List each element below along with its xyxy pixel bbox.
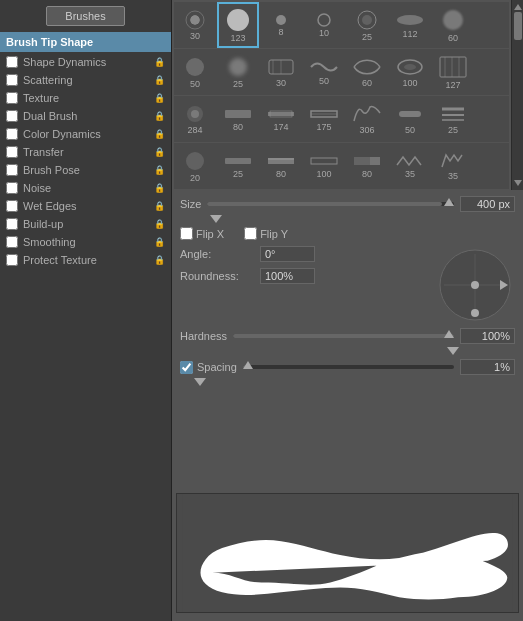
wet-edges-checkbox[interactable] bbox=[6, 200, 18, 212]
brush-cell[interactable]: 80 bbox=[260, 143, 302, 189]
brushes-button[interactable]: Brushes bbox=[46, 6, 124, 26]
brush-cell[interactable]: 112 bbox=[389, 2, 431, 48]
brush-cell[interactable]: 306 bbox=[346, 96, 388, 142]
scattering-checkbox[interactable] bbox=[6, 74, 18, 86]
dual-brush-checkbox[interactable] bbox=[6, 110, 18, 122]
size-slider-track[interactable] bbox=[207, 202, 454, 206]
sidebar-item-label: Smoothing bbox=[23, 236, 76, 248]
sidebar-item-brush-tip-shape[interactable]: Brush Tip Shape bbox=[0, 32, 171, 52]
brush-cell[interactable]: 35 bbox=[389, 143, 431, 189]
scroll-down-arrow[interactable] bbox=[514, 180, 522, 188]
spacing-input[interactable] bbox=[460, 359, 515, 375]
sidebar-item-protect-texture[interactable]: Protect Texture 🔒 bbox=[0, 251, 171, 269]
svg-point-5 bbox=[318, 14, 330, 26]
noise-checkbox[interactable] bbox=[6, 182, 18, 194]
brush-cell[interactable]: 10 bbox=[303, 2, 345, 48]
brush-cell[interactable]: 30 bbox=[260, 49, 302, 95]
sidebar-item-smoothing[interactable]: Smoothing 🔒 bbox=[0, 233, 171, 251]
brush-cell[interactable]: 50 bbox=[174, 49, 216, 95]
brush-cell[interactable]: 8 bbox=[260, 2, 302, 48]
sidebar-item-brush-pose[interactable]: Brush Pose 🔒 bbox=[0, 161, 171, 179]
angle-circle-widget[interactable] bbox=[435, 246, 515, 324]
brush-cell[interactable]: 20 bbox=[174, 143, 216, 189]
brush-cell[interactable]: 35 bbox=[432, 143, 474, 189]
sidebar-item-transfer[interactable]: Transfer 🔒 bbox=[0, 143, 171, 161]
scroll-thumb[interactable] bbox=[514, 12, 522, 40]
brush-cell[interactable]: 174 bbox=[260, 96, 302, 142]
brush-size: 123 bbox=[230, 33, 245, 43]
brush-size: 127 bbox=[445, 80, 460, 90]
protect-texture-checkbox[interactable] bbox=[6, 254, 18, 266]
build-up-checkbox[interactable] bbox=[6, 218, 18, 230]
sidebar-list: Brush Tip Shape Shape Dynamics 🔒 Scatter… bbox=[0, 32, 171, 269]
svg-rect-38 bbox=[370, 157, 380, 165]
controls-area: Size Flip X Flip Y bbox=[172, 190, 523, 386]
brush-size: 25 bbox=[362, 32, 372, 42]
angle-input[interactable] bbox=[260, 246, 315, 262]
spacing-checkbox[interactable] bbox=[180, 361, 193, 374]
sidebar-item-wet-edges[interactable]: Wet Edges 🔒 bbox=[0, 197, 171, 215]
flip-y-checkbox[interactable] bbox=[244, 227, 257, 240]
brush-cell[interactable]: 50 bbox=[303, 49, 345, 95]
sidebar-item-build-up[interactable]: Build-up 🔒 bbox=[0, 215, 171, 233]
flip-x-label[interactable]: Flip X bbox=[180, 227, 224, 240]
brush-cell[interactable]: 127 bbox=[432, 49, 474, 95]
brush-cell-selected[interactable]: 123 bbox=[217, 2, 259, 48]
flip-row: Flip X Flip Y bbox=[180, 227, 515, 240]
sidebar-item-scattering[interactable]: Scattering 🔒 bbox=[0, 71, 171, 89]
lock-icon: 🔒 bbox=[154, 75, 165, 85]
brush-cell[interactable]: 60 bbox=[432, 2, 474, 48]
brush-cell[interactable]: 25 bbox=[217, 143, 259, 189]
transfer-checkbox[interactable] bbox=[6, 146, 18, 158]
roundness-row: Roundness: bbox=[180, 268, 429, 284]
sidebar-item-noise[interactable]: Noise 🔒 bbox=[0, 179, 171, 197]
roundness-input[interactable] bbox=[260, 268, 315, 284]
svg-point-8 bbox=[397, 15, 423, 25]
brush-cell[interactable]: 30 bbox=[174, 2, 216, 48]
brush-stroke-svg bbox=[177, 494, 518, 612]
scrollbar[interactable] bbox=[511, 0, 523, 190]
brush-cell[interactable]: 60 bbox=[346, 49, 388, 95]
hardness-input[interactable] bbox=[460, 328, 515, 344]
flip-x-checkbox[interactable] bbox=[180, 227, 193, 240]
shape-dynamics-checkbox[interactable] bbox=[6, 56, 18, 68]
scroll-up-arrow[interactable] bbox=[514, 2, 522, 10]
brush-cell[interactable]: 25 bbox=[432, 96, 474, 142]
brush-cell[interactable]: 100 bbox=[389, 49, 431, 95]
brush-row-3: 284 80 174 175 306 bbox=[174, 96, 509, 142]
brush-cell[interactable]: 25 bbox=[346, 2, 388, 48]
flip-y-label[interactable]: Flip Y bbox=[244, 227, 288, 240]
brush-size: 284 bbox=[187, 125, 202, 135]
spacing-slider-track[interactable] bbox=[243, 365, 454, 369]
sidebar-item-color-dynamics[interactable]: Color Dynamics 🔒 bbox=[0, 125, 171, 143]
sidebar-item-dual-brush[interactable]: Dual Brush 🔒 bbox=[0, 107, 171, 125]
sidebar-item-shape-dynamics[interactable]: Shape Dynamics 🔒 bbox=[0, 53, 171, 71]
hardness-slider-thumb[interactable] bbox=[444, 330, 454, 338]
size-slider-thumb[interactable] bbox=[444, 198, 454, 206]
svg-point-4 bbox=[276, 15, 286, 25]
brush-cell[interactable]: 50 bbox=[389, 96, 431, 142]
spacing-slider-thumb[interactable] bbox=[243, 361, 253, 369]
brush-cell[interactable]: 80 bbox=[346, 143, 388, 189]
svg-point-16 bbox=[404, 64, 416, 70]
sidebar-item-label: Color Dynamics bbox=[23, 128, 101, 140]
size-input[interactable] bbox=[460, 196, 515, 212]
svg-point-43 bbox=[471, 281, 479, 289]
lock-icon: 🔒 bbox=[154, 183, 165, 193]
hardness-slider-track[interactable] bbox=[233, 334, 454, 338]
brush-cell[interactable]: 100 bbox=[303, 143, 345, 189]
smoothing-checkbox[interactable] bbox=[6, 236, 18, 248]
lock-icon: 🔒 bbox=[154, 219, 165, 229]
circle-svg[interactable] bbox=[436, 246, 514, 324]
brush-cell[interactable]: 284 bbox=[174, 96, 216, 142]
color-dynamics-checkbox[interactable] bbox=[6, 128, 18, 140]
brush-pose-checkbox[interactable] bbox=[6, 164, 18, 176]
brush-size: 35 bbox=[405, 169, 415, 179]
sidebar-item-texture[interactable]: Texture 🔒 bbox=[0, 89, 171, 107]
brush-cell[interactable]: 25 bbox=[217, 49, 259, 95]
brush-cell[interactable]: 80 bbox=[217, 96, 259, 142]
size-label: Size bbox=[180, 198, 201, 210]
brush-cell[interactable]: 175 bbox=[303, 96, 345, 142]
main-panel: 30 123 8 10 25 bbox=[172, 0, 523, 621]
texture-checkbox[interactable] bbox=[6, 92, 18, 104]
